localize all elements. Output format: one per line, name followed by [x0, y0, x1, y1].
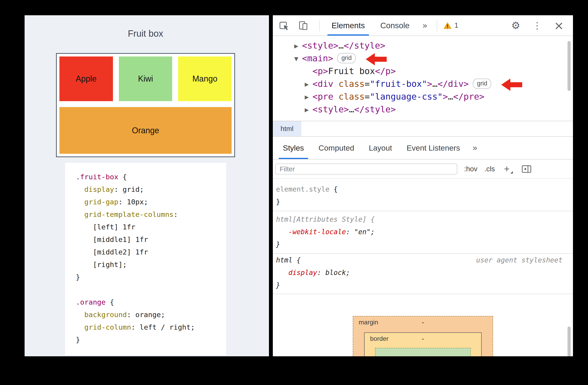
tab-event-listeners-label: Event Listeners [407, 144, 460, 152]
toolbar-divider [437, 20, 437, 31]
toggle-sidebar-icon[interactable] [521, 163, 532, 175]
dom-tree-node[interactable]: ▼<main>grid [273, 52, 573, 65]
token: "language-css" [370, 92, 443, 102]
warning-indicator[interactable]: 1 [443, 21, 459, 30]
css-code-block: .fruit-box { display: grid; grid-gap: 10… [65, 163, 226, 355]
token: : grid; [114, 185, 144, 193]
grid-badge[interactable]: grid [337, 53, 356, 63]
styles-filter-input[interactable] [275, 164, 457, 174]
breadcrumb-item-html[interactable]: html [273, 121, 301, 136]
settings-gear-icon[interactable]: ⚙ [511, 21, 520, 31]
tab-event-listeners[interactable]: Event Listeners [399, 137, 467, 159]
more-options-icon[interactable]: ⋮ [532, 21, 542, 30]
token: class [333, 79, 365, 89]
tab-computed-label: Computed [319, 144, 354, 152]
box-model-border[interactable]: border - [364, 332, 482, 356]
tab-console-label: Console [380, 21, 409, 30]
dom-tree-node[interactable]: ▶<style>…</style> [273, 39, 573, 52]
styles-rules: element.style {}html[Attributes Style] {… [273, 179, 573, 294]
box-model-margin[interactable]: margin - border - [353, 316, 493, 356]
inspect-element-icon[interactable] [278, 20, 290, 31]
dom-scrollbar[interactable] [567, 41, 571, 91]
dom-tree-node[interactable]: ▶<pre class="language-css">…</pre> [273, 90, 573, 103]
sidebar-tabs: Styles Computed Layout Event Listeners » [273, 137, 573, 159]
more-panels-icon[interactable]: » [472, 144, 478, 152]
style-rule-line[interactable]: html[Attributes Style] { [273, 213, 573, 226]
token: </p> [375, 66, 396, 76]
tab-layout[interactable]: Layout [361, 137, 399, 159]
code-line: [middle1] 1fr [76, 233, 226, 246]
toggle-element-state-button[interactable]: :hov [464, 165, 478, 173]
code-line: } [76, 334, 226, 346]
expand-arrow-closed-icon[interactable]: ▶ [305, 104, 313, 116]
dom-tree-node[interactable]: ▶<style>…</style> [273, 103, 573, 116]
token: … [349, 104, 354, 114]
fruit-cell-kiwi: Kiwi [119, 57, 172, 101]
expand-arrow-open-icon[interactable]: ▼ [294, 52, 302, 65]
element-classes-button[interactable]: .cls [484, 165, 495, 173]
token: [right]; [76, 260, 127, 269]
code-line: grid-template-columns: [76, 208, 226, 221]
new-style-rule-button[interactable]: + [504, 164, 513, 174]
token [76, 185, 84, 193]
token: { [293, 256, 301, 264]
code-line: background: orange; [76, 308, 226, 321]
style-rule[interactable]: element.style {} [273, 179, 573, 211]
token [276, 269, 288, 277]
fruit-cell-orange: Orange [60, 107, 231, 154]
token: html[Attributes Style] { [276, 215, 375, 223]
styles-scrollbar[interactable] [567, 326, 571, 356]
dom-tree-node[interactable]: <p>Fruit box</p> [273, 65, 573, 77]
token: background [84, 311, 127, 319]
style-rule-line[interactable]: } [273, 195, 573, 208]
style-rule-line[interactable]: element.style { [273, 183, 573, 195]
more-tabs-icon[interactable]: » [422, 21, 427, 30]
token: display [288, 269, 317, 277]
style-rule-line[interactable]: } [273, 279, 573, 291]
token: … [338, 41, 344, 51]
token: } [276, 240, 280, 248]
token: <main> [302, 53, 333, 63]
device-toolbar-icon[interactable] [297, 20, 309, 31]
token: </style> [344, 41, 385, 51]
grid-badge[interactable]: grid [473, 79, 491, 89]
style-rule-line[interactable]: html {user agent stylesheet [273, 254, 573, 266]
tab-styles[interactable]: Styles [275, 137, 311, 159]
fruit-cell-apple: Apple [60, 57, 113, 101]
style-rule-line[interactable]: display: block; [273, 266, 573, 279]
style-rule[interactable]: html[Attributes Style] { -webkit-locale:… [273, 211, 573, 254]
new-style-rule-dropdown-icon [510, 171, 513, 173]
tab-console[interactable]: Console [373, 15, 417, 36]
token [76, 210, 84, 218]
token: } [276, 198, 280, 206]
style-rule[interactable]: html {user agent stylesheet display: blo… [273, 254, 573, 294]
close-devtools-icon[interactable]: × [554, 20, 564, 31]
expand-arrow-closed-icon[interactable]: ▶ [305, 78, 313, 91]
tab-elements[interactable]: Elements [324, 15, 373, 36]
token: { [118, 173, 127, 181]
code-line: [left] 1fr [76, 221, 226, 233]
plus-icon: + [504, 164, 510, 174]
code-line: [middle2] 1fr [76, 246, 226, 258]
expand-arrow-closed-icon[interactable]: ▶ [294, 40, 302, 52]
box-model-border-top-value[interactable]: - [365, 335, 481, 343]
style-rule-line[interactable]: } [273, 238, 573, 251]
box-model-margin-top-value[interactable]: - [353, 319, 493, 326]
token: … [432, 79, 438, 89]
tab-computed[interactable]: Computed [311, 137, 362, 159]
token [76, 198, 84, 206]
style-rule-line[interactable]: -webkit-locale: "en"; [273, 226, 573, 238]
token: grid-gap [84, 198, 118, 206]
token: { [330, 185, 338, 193]
token: = [365, 79, 370, 89]
box-model-padding[interactable] [375, 348, 471, 356]
token: <pre [313, 92, 333, 102]
code-line: .orange { [76, 296, 226, 308]
devtools-panel: Elements Console » 1 ⚙ ⋮ × ▶<style>…</st… [273, 15, 573, 356]
box-model-diagram[interactable]: margin - border - [273, 294, 573, 356]
tab-layout-label: Layout [369, 144, 392, 152]
toolbar-divider [319, 20, 320, 31]
dom-tree-node[interactable]: ▶<div class="fruit-box">…</div>grid [273, 77, 573, 90]
expand-arrow-closed-icon[interactable]: ▶ [305, 91, 313, 104]
token: : block; [317, 269, 350, 277]
